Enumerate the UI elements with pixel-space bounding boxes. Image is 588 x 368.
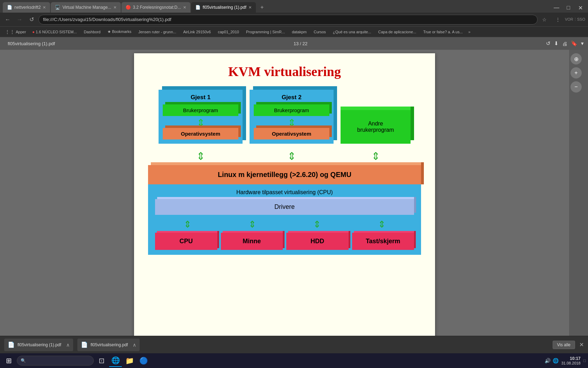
hw-hdd: HDD <box>286 233 349 250</box>
guest-row: Gjest 1 Brukerprogram ⇕ <box>148 90 421 144</box>
sys-icons: 🔊 🌐 <box>545 358 559 363</box>
g1-bruk-face: Brukerprogram <box>163 104 238 116</box>
guest2-label: Gjest 2 <box>254 94 329 101</box>
bookmark-arquitecte[interactable]: ¿Qué es una arquite... <box>330 29 374 35</box>
tab-close[interactable]: ✕ <box>183 5 186 10</box>
download-item-2[interactable]: 📄 fl05virtualisering.pdf ∧ <box>77 339 140 351</box>
address-bar[interactable] <box>38 15 538 25</box>
pdf-menu-button[interactable]: ▾ <box>581 40 584 47</box>
arrow-cell-2: ⇕ <box>250 150 334 162</box>
pdf-reload-button[interactable]: ↺ <box>546 40 551 47</box>
side-controls: ⊕ + − <box>569 50 583 336</box>
bookmark-star-icon[interactable]: ☆ <box>540 15 550 25</box>
page-indicator: 13 / 22 <box>294 41 308 46</box>
bookmark-airlink[interactable]: AirLink 29150v6 <box>180 29 214 35</box>
notification-button[interactable]: □ <box>583 358 586 363</box>
bookmark-capa[interactable]: Capa de aplicacione... <box>376 29 419 35</box>
hw-arrow-hdd: ⇕ <box>313 219 321 230</box>
zoom-out-button[interactable]: − <box>570 81 582 93</box>
bookmark-label: Bookmarks <box>112 29 131 34</box>
guest2-box: Gjest 2 Brukerprogram ⇕ Operativsystem <box>250 90 334 144</box>
vis-alle-button[interactable]: Vis alle <box>553 341 575 349</box>
content-area: KVM virtualisering Gjest 1 <box>0 50 588 336</box>
tab-close[interactable]: ✕ <box>113 5 117 10</box>
taskbar-time-display: 10:17 31.08.2018 <box>561 356 581 365</box>
download-item-1[interactable]: 📄 fl05virtualisering (1).pdf ∧ <box>4 339 73 351</box>
apps-grid-icon: ⋮⋮ <box>5 29 15 35</box>
reload-button[interactable]: ↺ <box>27 15 36 25</box>
star-icon: ★ <box>107 29 111 34</box>
bookmark-dashbord[interactable]: Dashbord <box>81 29 103 35</box>
apps-button[interactable]: ⋮⋮ Apper <box>3 28 28 35</box>
hw-components-row: CPU Minne HDD Tast/skjerm <box>155 233 414 250</box>
back-button[interactable]: ← <box>3 15 13 25</box>
download-close-1[interactable]: ∧ <box>66 342 70 348</box>
taskbar-task-view[interactable]: ⊡ <box>95 354 108 367</box>
taskbar-folder[interactable]: 📁 <box>123 354 136 367</box>
cast-icon[interactable]: ⋮ <box>553 15 563 25</box>
hw-arrow-minne: ⇕ <box>248 219 256 230</box>
bookmark-bookmarks[interactable]: ★ Bookmarks <box>105 29 134 35</box>
search-icon: 🔍 <box>21 358 26 363</box>
hardware-title: Hardware tilpasset virtualisering (CPU) <box>155 189 414 196</box>
minimize-button[interactable]: — <box>552 3 561 13</box>
bookmark-datakpm[interactable]: datakpm <box>289 29 309 35</box>
guest1-box: Gjest 1 Brukerprogram ⇕ <box>159 90 243 144</box>
tab-bar: 📄 nettverksdrift2 ✕ 🖥️ Virtual Machine M… <box>0 0 588 13</box>
pdf-print-button[interactable]: 🖨 <box>562 41 567 47</box>
tab-nettverksdrift[interactable]: 📄 nettverksdrift2 ✕ <box>3 2 50 13</box>
hw-arrow-cpu: ⇕ <box>184 219 191 230</box>
bookmark-cap01[interactable]: cap01_2010 <box>215 29 242 35</box>
bookmark-true[interactable]: True or false? a. A us... <box>420 29 465 35</box>
arrows-row: ⇕ ⇕ ⇕ <box>148 150 421 162</box>
hw-arrow-tast: ⇕ <box>378 219 386 230</box>
guest1-operativsystem: Operativsystem <box>163 128 238 139</box>
zoom-fit-button[interactable]: ⊕ <box>570 53 582 64</box>
download-close-2[interactable]: ∧ <box>133 342 136 348</box>
bookmark-jensen[interactable]: Jensen ruter - grunn... <box>135 29 179 35</box>
pdf-download-button[interactable]: ⬇ <box>554 40 559 47</box>
hardware-bar: Hardware tilpasset virtualisering (CPU) … <box>148 184 421 255</box>
bookmarks-more[interactable]: » <box>468 30 470 34</box>
volume-icon[interactable]: 🔊 <box>545 358 551 363</box>
pdf-icon-1: 📄 <box>8 341 15 348</box>
bookmarks-bar: ⋮⋮ Apper ● 1.6 NÚCLEO SISTEM... Dashbord… <box>0 27 588 37</box>
pdf-viewer[interactable]: KVM virtualisering Gjest 1 <box>0 50 569 336</box>
taskbar-edge[interactable]: 🔵 <box>137 354 150 367</box>
g1-os-face: Operativsystem <box>163 128 238 139</box>
taskbar-chrome[interactable]: 🌐 <box>109 354 122 367</box>
hw-minne: Minne <box>221 233 283 250</box>
tab-close[interactable]: ✕ <box>248 5 252 10</box>
zoom-in-button[interactable]: + <box>570 67 582 79</box>
tab-virtual-machine[interactable]: 🖥️ Virtual Machine Manage... ✕ <box>51 2 120 13</box>
tab-label: Virtual Machine Manage... <box>62 5 111 10</box>
forward-button[interactable]: → <box>15 15 24 25</box>
guest2-container: Gjest 2 Brukerprogram ⇕ Operativsystem <box>250 90 334 144</box>
tab-pdf-active[interactable]: 📄 fl05virtualisering (1).pdf ✕ <box>191 2 256 13</box>
drivers-label: Drivere <box>274 203 295 210</box>
tab-forelesning[interactable]: 🔴 3.2 Forelesningsnotat:D... ✕ <box>121 2 190 13</box>
bookmark-nucleo[interactable]: ● 1.6 NÚCLEO SISTEM... <box>29 29 79 35</box>
download-name-2: fl05virtualisering.pdf <box>91 342 128 347</box>
network-icon[interactable]: 🌐 <box>553 358 559 363</box>
pdf-bookmark-button[interactable]: 🔖 <box>571 40 578 47</box>
apps-label: Apper <box>16 30 26 34</box>
taskbar: ⊞ 🔍 ⊡ 🌐 📁 🔵 🔊 🌐 10:17 31.08.2018 □ <box>0 353 588 368</box>
downloads-close-button[interactable]: ✕ <box>579 341 584 348</box>
bookmark-cursos[interactable]: Cursos <box>311 29 329 35</box>
guest2-brukerprogram: Brukerprogram <box>254 104 329 116</box>
arrow-cell-3: ⇕ <box>341 150 411 162</box>
close-button[interactable]: ✕ <box>575 3 585 13</box>
diagram-body: Gjest 1 Brukerprogram ⇕ <box>148 90 421 255</box>
start-button[interactable]: ⊞ <box>2 354 15 367</box>
diagram-title: KVM virtualisering <box>148 64 421 79</box>
tab-close[interactable]: ✕ <box>43 5 46 10</box>
bookmark-programming[interactable]: Programming | SimR... <box>243 29 288 35</box>
linux-label: Linux m kjernetillegg (>2.6.20) og QEMU <box>218 171 351 178</box>
scrollbar[interactable] <box>583 50 588 336</box>
maximize-button[interactable]: □ <box>564 3 573 13</box>
new-tab-button[interactable]: + <box>257 2 268 13</box>
browser-brand: VOR⋮SSO <box>565 17 585 22</box>
taskbar-right: 🔊 🌐 10:17 31.08.2018 □ <box>545 356 586 365</box>
taskbar-search[interactable]: 🔍 <box>17 356 94 366</box>
